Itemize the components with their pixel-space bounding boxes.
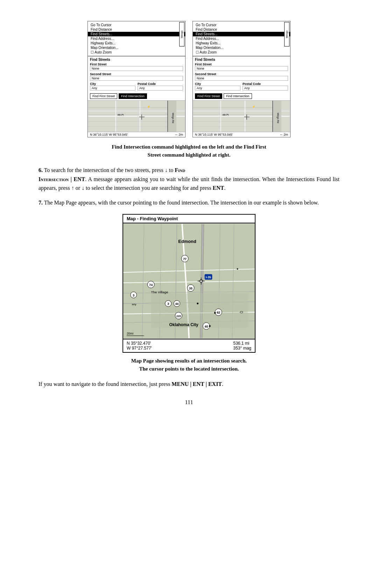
top-caption-line2: Street command highlighted at right. <box>148 152 231 158</box>
right-panel-header: Find Streets <box>195 58 288 62</box>
svg-text:I-35: I-35 <box>206 275 211 279</box>
svg-rect-45 <box>151 293 248 328</box>
left-scale-text: ↔ 2m <box>175 133 183 136</box>
right-city-label: City <box>195 82 240 86</box>
paragraph-if: If you want to navigate to the found int… <box>38 380 340 389</box>
right-second-street-label: Second Street <box>195 72 288 76</box>
top-caption-line1: Find Intersection command highlighted on… <box>112 144 266 150</box>
right-city-postal-row: City Any Postal Code Any <box>195 82 288 92</box>
left-btn-row: Find First Street Find Intersection <box>90 93 183 99</box>
left-menu-address: Find Address... <box>88 36 185 41</box>
left-second-street-value: None <box>90 76 183 81</box>
right-find-intersection-btn[interactable]: Find Intersection <box>224 93 252 99</box>
right-btn-row: Find First Street Find Intersection <box>195 93 288 99</box>
left-city-postal-row: City Any Postal Code Any <box>90 82 183 92</box>
left-second-street-label: Second Street <box>90 72 183 76</box>
right-scale-text: ↔ 2m <box>280 133 288 136</box>
svg-text:Oklahoma City: Oklahoma City <box>169 322 198 327</box>
svg-text:The Village: The Village <box>151 290 168 294</box>
svg-text:⚡: ⚡ <box>252 105 255 108</box>
left-panel-header: Find Streets <box>90 58 183 62</box>
paragraph-7: 7. The Map Page appears, with the cursor… <box>38 198 340 207</box>
left-menu-area: Go To Cursor Find Distance Find Streets.… <box>88 21 185 56</box>
svg-text:any: any <box>132 303 136 306</box>
left-find-streets-panel: Find Streets First Street None Second St… <box>88 56 185 100</box>
left-mingo-label: Mingo <box>179 22 184 46</box>
left-menu-streets: Find Streets... <box>88 32 185 36</box>
svg-text:⚡: ⚡ <box>147 105 150 108</box>
svg-text:Edmond: Edmond <box>178 239 196 244</box>
right-map-svg: 4th Pl Mingo Rd ⚡ <box>193 101 290 132</box>
svg-point-79 <box>214 312 216 314</box>
left-find-intersection-btn[interactable]: Find Intersection <box>119 93 147 99</box>
svg-text:3: 3 <box>167 302 169 306</box>
right-find-streets-panel: Find Streets First Street None Second St… <box>193 56 290 100</box>
svg-text:4th Pl: 4th Pl <box>118 114 124 116</box>
map-caption-line2: The cursor points to the located interse… <box>139 366 239 372</box>
coord-w: W 97°27.577' <box>127 346 152 351</box>
svg-text:Mingo Rd: Mingo Rd <box>276 113 279 123</box>
svg-text:44: 44 <box>175 302 178 306</box>
svg-text:20mi: 20mi <box>127 332 133 336</box>
svg-point-80 <box>209 325 211 327</box>
left-map-thumbnail: 4th Pl Mingo Rd ⚡ <box>88 100 185 132</box>
left-first-street-label: First Street <box>90 63 183 66</box>
paragraph-6: 6. To search for the intersection of the… <box>38 166 340 193</box>
left-menu-highway: Highway Exits... <box>88 41 185 45</box>
right-postal-label: Postal Code <box>243 82 288 86</box>
right-map-coords: N 36°10.115' W 95°53.045' ↔ 2m <box>193 132 290 137</box>
coord-dist: 536.1 mi <box>233 341 252 346</box>
svg-text:235: 235 <box>176 315 181 318</box>
period: . <box>222 381 223 387</box>
left-map-coords: N 36°10.115' W 95°53.045' ↔ 2m <box>88 132 185 137</box>
map-waypoint-container: Map - Finding Waypoint <box>38 214 340 353</box>
if-text-before: If you want to navigate to the found int… <box>38 381 172 387</box>
left-menu-autozoom: ☐ Auto Zoom <box>88 50 185 55</box>
left-city-label: City <box>90 82 135 86</box>
right-menu-streets: Find Streets... <box>193 32 290 36</box>
map-caption-line1: Map Page showing results of an intersect… <box>131 358 247 364</box>
menu-ent-exit-cmd: MENU | ENT | EXIT <box>172 381 222 387</box>
coord-mag: 353° mag <box>233 346 252 351</box>
coords-right-col: 536.1 mi 353° mag <box>233 341 252 351</box>
right-menu-goto: Go To Cursor <box>193 23 290 27</box>
right-city-value: Any <box>195 86 240 91</box>
right-city-field: City Any <box>195 82 240 92</box>
svg-text:40: 40 <box>205 325 208 328</box>
coord-n: N 35°32.470' <box>127 341 152 346</box>
left-postal-label: Postal Code <box>138 82 183 86</box>
right-second-street-value: None <box>195 76 288 81</box>
right-postal-field: Postal Code Any <box>243 82 288 92</box>
right-map-thumbnail: 4th Pl Mingo Rd ⚡ <box>193 100 290 132</box>
right-menu-distance: Find Distance <box>193 27 290 32</box>
left-find-first-btn[interactable]: Find First Street <box>90 93 117 99</box>
top-figure-caption: Find Intersection command highlighted on… <box>38 143 340 159</box>
right-menu-address: Find Address... <box>193 36 290 41</box>
map-waypoint-coords: N 35°32.470' W 97°27.577' 536.1 mi 353° … <box>123 339 255 352</box>
left-coords-text: N 36°10.115' W 95°53.045' <box>90 133 128 136</box>
map-waypoint-title: Map - Finding Waypoint <box>123 215 255 223</box>
svg-text:62: 62 <box>217 311 220 314</box>
screenshots-row: Go To Cursor Find Distance Find Streets.… <box>38 21 340 137</box>
para6-number: 6. <box>38 167 43 173</box>
para7-number: 7. <box>38 200 43 206</box>
right-menu-autozoom: ☐ Auto Zoom <box>193 50 290 55</box>
ent-cmd: ENT <box>213 185 224 191</box>
coords-left-col: N 35°32.470' W 97°27.577' <box>127 341 152 351</box>
svg-text:·CI: ·CI <box>239 310 243 314</box>
map-caption: Map Page showing results of an intersect… <box>38 357 340 373</box>
svg-text:35: 35 <box>189 287 192 290</box>
right-postal-value: Any <box>243 86 288 91</box>
right-find-first-btn[interactable]: Find First Street <box>195 93 222 99</box>
svg-point-81 <box>237 268 238 270</box>
map-waypoint-image: 77 I-35 35 74 3 3 <box>123 223 255 339</box>
page-content: Go To Cursor Find Distance Find Streets.… <box>38 21 340 406</box>
left-menu-goto: Go To Cursor <box>88 23 185 27</box>
left-first-street-value: None <box>90 66 183 71</box>
right-menu-highway: Highway Exits... <box>193 41 290 45</box>
waypoint-svg: 77 I-35 35 74 3 3 <box>123 223 255 339</box>
right-device-screen: Go To Cursor Find Distance Find Streets.… <box>192 21 290 137</box>
left-city-value: Any <box>90 86 135 91</box>
right-first-street-value: None <box>195 66 288 71</box>
right-coords-text: N 36°10.115' W 95°53.045' <box>195 133 233 136</box>
